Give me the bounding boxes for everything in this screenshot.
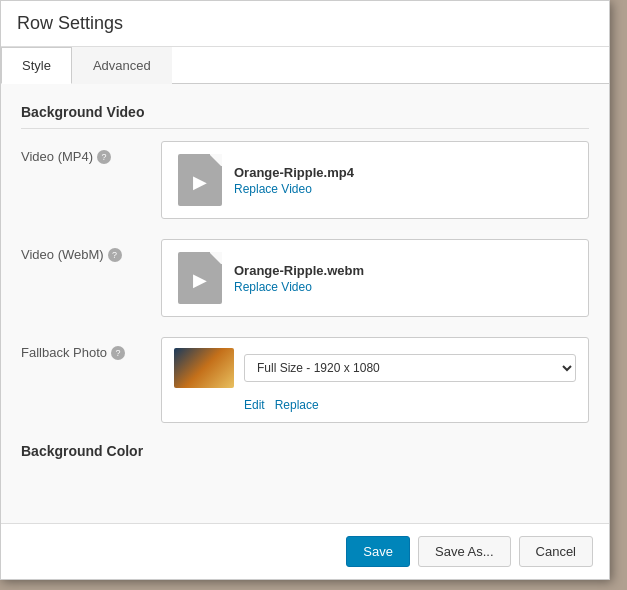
row-settings-modal: Row Settings Style Advanced Background V… bbox=[0, 0, 610, 580]
video-webm-card: ▶ Orange-Ripple.webm Replace Video bbox=[161, 239, 589, 317]
video-camera-icon-webm: ▶ bbox=[193, 269, 207, 291]
fallback-photo-value: Full Size - 1920 x 1080 Large - 1024 x 7… bbox=[161, 337, 589, 423]
mp4-file-info: Orange-Ripple.mp4 Replace Video bbox=[234, 165, 354, 196]
mp4-replace-link[interactable]: Replace Video bbox=[234, 182, 354, 196]
mp4-filename: Orange-Ripple.mp4 bbox=[234, 165, 354, 180]
modal-footer: Save Save As... Cancel bbox=[1, 523, 609, 579]
video-webm-label: Video (WebM) ? bbox=[21, 239, 161, 262]
video-mp4-field-row: Video (MP4) ? ▶ Orange-Ripple.mp4 Replac… bbox=[21, 141, 589, 219]
video-webm-value: ▶ Orange-Ripple.webm Replace Video bbox=[161, 239, 589, 317]
tab-advanced[interactable]: Advanced bbox=[72, 47, 172, 84]
webm-replace-link[interactable]: Replace Video bbox=[234, 280, 364, 294]
fallback-photo-container: Full Size - 1920 x 1080 Large - 1024 x 7… bbox=[161, 337, 589, 423]
webm-file-icon: ▶ bbox=[178, 252, 222, 304]
photo-size-select[interactable]: Full Size - 1920 x 1080 Large - 1024 x 7… bbox=[244, 354, 576, 382]
fallback-photo-edit-link[interactable]: Edit bbox=[244, 398, 265, 412]
video-webm-field-row: Video (WebM) ? ▶ Orange-Ripple.webm Repl… bbox=[21, 239, 589, 317]
video-camera-icon: ▶ bbox=[193, 171, 207, 193]
background-video-section-title: Background Video bbox=[21, 104, 589, 129]
photo-actions: Edit Replace bbox=[174, 398, 576, 412]
webm-file-info: Orange-Ripple.webm Replace Video bbox=[234, 263, 364, 294]
save-as-button[interactable]: Save As... bbox=[418, 536, 511, 567]
video-mp4-label: Video (MP4) ? bbox=[21, 141, 161, 164]
fallback-photo-help-icon[interactable]: ? bbox=[111, 346, 125, 360]
fallback-photo-field-row: Fallback Photo ? Full Size - 1920 x 1080… bbox=[21, 337, 589, 423]
video-webm-help-icon[interactable]: ? bbox=[108, 248, 122, 262]
fallback-photo-label: Fallback Photo ? bbox=[21, 337, 161, 360]
cancel-button[interactable]: Cancel bbox=[519, 536, 593, 567]
tabs-bar: Style Advanced bbox=[1, 47, 609, 84]
modal-title: Row Settings bbox=[17, 13, 593, 34]
modal-title-bar: Row Settings bbox=[1, 1, 609, 47]
save-button[interactable]: Save bbox=[346, 536, 410, 567]
fallback-photo-replace-link[interactable]: Replace bbox=[275, 398, 319, 412]
video-mp4-card: ▶ Orange-Ripple.mp4 Replace Video bbox=[161, 141, 589, 219]
webm-filename: Orange-Ripple.webm bbox=[234, 263, 364, 278]
video-mp4-help-icon[interactable]: ? bbox=[97, 150, 111, 164]
fallback-photo-thumbnail bbox=[174, 348, 234, 388]
tab-style[interactable]: Style bbox=[1, 47, 72, 84]
video-mp4-value: ▶ Orange-Ripple.mp4 Replace Video bbox=[161, 141, 589, 219]
background-color-section-title: Background Color bbox=[21, 443, 589, 467]
mp4-file-icon: ▶ bbox=[178, 154, 222, 206]
modal-body: Background Video Video (MP4) ? ▶ Orange-… bbox=[1, 84, 609, 523]
